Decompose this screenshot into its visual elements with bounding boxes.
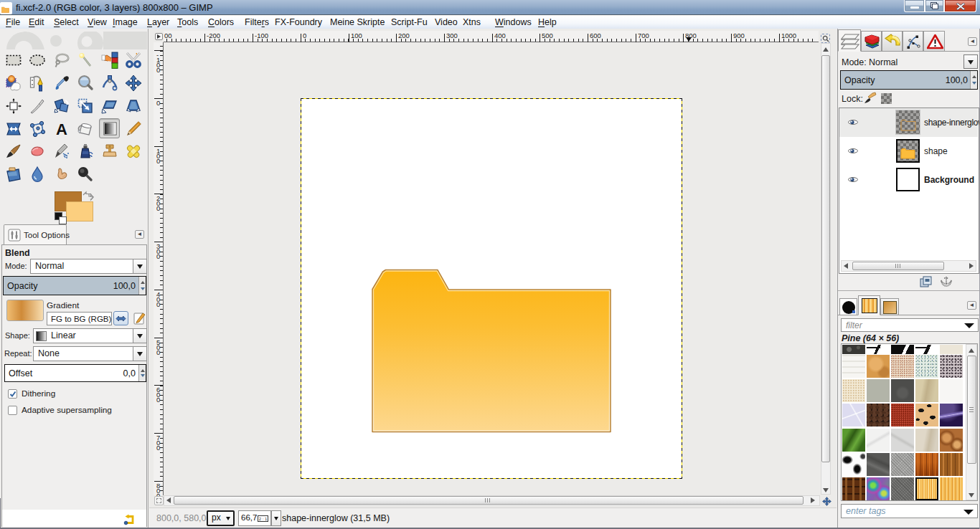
svg-text:A: A <box>56 120 67 138</box>
